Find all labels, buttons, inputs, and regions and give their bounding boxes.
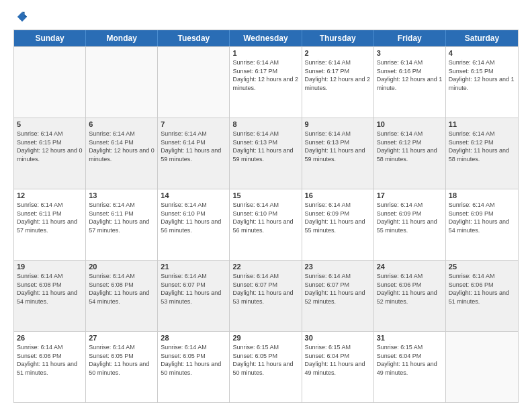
cell-day-number: 16 — [305, 191, 371, 199]
cell-info: Sunrise: 6:14 AM Sunset: 6:09 PM Dayligh… — [305, 201, 371, 234]
cell-day-number: 29 — [232, 334, 298, 342]
calendar-cell-21: 21Sunrise: 6:14 AM Sunset: 6:07 PM Dayli… — [158, 261, 230, 331]
header-day-saturday: Saturday — [446, 30, 518, 46]
cell-info: Sunrise: 6:14 AM Sunset: 6:08 PM Dayligh… — [89, 272, 154, 306]
cell-day-number: 23 — [305, 263, 371, 271]
cell-day-number: 5 — [17, 120, 83, 128]
calendar-cell-23: 23Sunrise: 6:14 AM Sunset: 6:07 PM Dayli… — [302, 261, 374, 331]
calendar-cell-5: 5Sunrise: 6:14 AM Sunset: 6:15 PM Daylig… — [14, 118, 86, 189]
calendar-cell-12: 12Sunrise: 6:14 AM Sunset: 6:11 PM Dayli… — [14, 189, 86, 260]
cell-day-number: 20 — [89, 263, 154, 271]
cell-day-number: 21 — [161, 263, 226, 271]
calendar-cell-30: 30Sunrise: 6:15 AM Sunset: 6:04 PM Dayli… — [302, 332, 374, 402]
cell-info: Sunrise: 6:14 AM Sunset: 6:17 PM Dayligh… — [305, 58, 371, 92]
calendar-cell-14: 14Sunrise: 6:14 AM Sunset: 6:10 PM Dayli… — [158, 189, 230, 260]
calendar-header-row: SundayMondayTuesdayWednesdayThursdayFrid… — [14, 30, 518, 46]
cell-info: Sunrise: 6:14 AM Sunset: 6:17 PM Dayligh… — [232, 58, 298, 92]
cell-info: Sunrise: 6:14 AM Sunset: 6:08 PM Dayligh… — [17, 272, 83, 306]
calendar-cell-29: 29Sunrise: 6:15 AM Sunset: 6:05 PM Dayli… — [230, 332, 302, 402]
cell-info: Sunrise: 6:14 AM Sunset: 6:06 PM Dayligh… — [449, 272, 515, 306]
calendar-cell-empty-0-1 — [86, 47, 158, 118]
calendar-cell-18: 18Sunrise: 6:14 AM Sunset: 6:09 PM Dayli… — [446, 189, 518, 260]
cell-day-number: 27 — [89, 334, 154, 342]
cell-info: Sunrise: 6:14 AM Sunset: 6:10 PM Dayligh… — [161, 201, 226, 234]
header-day-wednesday: Wednesday — [230, 30, 302, 46]
cell-day-number: 2 — [305, 49, 371, 57]
calendar-cell-3: 3Sunrise: 6:14 AM Sunset: 6:16 PM Daylig… — [374, 47, 446, 118]
cell-info: Sunrise: 6:14 AM Sunset: 6:10 PM Dayligh… — [232, 201, 298, 234]
cell-info: Sunrise: 6:14 AM Sunset: 6:06 PM Dayligh… — [17, 343, 83, 377]
calendar-row-0: 1Sunrise: 6:14 AM Sunset: 6:17 PM Daylig… — [14, 46, 518, 118]
cell-day-number: 10 — [377, 120, 443, 128]
cell-day-number: 11 — [449, 120, 515, 128]
calendar-cell-31: 31Sunrise: 6:15 AM Sunset: 6:04 PM Dayli… — [374, 332, 446, 402]
calendar-cell-19: 19Sunrise: 6:14 AM Sunset: 6:08 PM Dayli… — [14, 261, 86, 331]
cell-day-number: 8 — [232, 120, 298, 128]
cell-day-number: 28 — [161, 334, 226, 342]
cell-day-number: 12 — [17, 191, 83, 199]
header-day-sunday: Sunday — [14, 30, 86, 46]
cell-info: Sunrise: 6:14 AM Sunset: 6:06 PM Dayligh… — [377, 272, 443, 306]
cell-info: Sunrise: 6:14 AM Sunset: 6:07 PM Dayligh… — [161, 272, 226, 306]
cell-day-number: 9 — [305, 120, 371, 128]
calendar-cell-27: 27Sunrise: 6:14 AM Sunset: 6:05 PM Dayli… — [86, 332, 158, 402]
calendar-cell-empty-0-0 — [14, 47, 86, 118]
calendar-cell-13: 13Sunrise: 6:14 AM Sunset: 6:11 PM Dayli… — [86, 189, 158, 260]
cell-info: Sunrise: 6:14 AM Sunset: 6:11 PM Dayligh… — [89, 201, 154, 234]
cell-info: Sunrise: 6:15 AM Sunset: 6:05 PM Dayligh… — [232, 343, 298, 377]
cell-info: Sunrise: 6:14 AM Sunset: 6:14 PM Dayligh… — [89, 130, 154, 163]
cell-day-number: 26 — [17, 334, 83, 342]
header-day-monday: Monday — [86, 30, 158, 46]
cell-info: Sunrise: 6:14 AM Sunset: 6:12 PM Dayligh… — [449, 130, 515, 163]
header-day-thursday: Thursday — [302, 30, 374, 46]
calendar-row-1: 5Sunrise: 6:14 AM Sunset: 6:15 PM Daylig… — [14, 118, 518, 189]
logo — [13, 11, 28, 23]
calendar-cell-8: 8Sunrise: 6:14 AM Sunset: 6:13 PM Daylig… — [230, 118, 302, 189]
calendar-cell-17: 17Sunrise: 6:14 AM Sunset: 6:09 PM Dayli… — [374, 189, 446, 260]
calendar-body: 1Sunrise: 6:14 AM Sunset: 6:17 PM Daylig… — [14, 46, 518, 402]
cell-day-number: 3 — [377, 49, 443, 57]
page: SundayMondayTuesdayWednesdayThursdayFrid… — [0, 0, 532, 411]
cell-day-number: 6 — [89, 120, 154, 128]
cell-day-number: 22 — [232, 263, 298, 271]
calendar-cell-15: 15Sunrise: 6:14 AM Sunset: 6:10 PM Dayli… — [230, 189, 302, 260]
cell-info: Sunrise: 6:14 AM Sunset: 6:05 PM Dayligh… — [89, 343, 154, 377]
header-day-tuesday: Tuesday — [158, 30, 230, 46]
cell-info: Sunrise: 6:14 AM Sunset: 6:16 PM Dayligh… — [377, 58, 443, 92]
logo-icon — [16, 11, 28, 23]
cell-day-number: 13 — [89, 191, 154, 199]
calendar-cell-10: 10Sunrise: 6:14 AM Sunset: 6:12 PM Dayli… — [374, 118, 446, 189]
cell-info: Sunrise: 6:15 AM Sunset: 6:04 PM Dayligh… — [377, 343, 443, 377]
calendar-cell-empty-4-6 — [446, 332, 518, 402]
cell-day-number: 31 — [377, 334, 443, 342]
cell-day-number: 4 — [449, 49, 515, 57]
cell-info: Sunrise: 6:14 AM Sunset: 6:09 PM Dayligh… — [377, 201, 443, 234]
cell-info: Sunrise: 6:14 AM Sunset: 6:13 PM Dayligh… — [232, 130, 298, 163]
cell-day-number: 18 — [449, 191, 515, 199]
cell-info: Sunrise: 6:14 AM Sunset: 6:05 PM Dayligh… — [161, 343, 226, 377]
cell-info: Sunrise: 6:14 AM Sunset: 6:15 PM Dayligh… — [449, 58, 515, 92]
cell-info: Sunrise: 6:14 AM Sunset: 6:15 PM Dayligh… — [17, 130, 83, 163]
calendar-cell-20: 20Sunrise: 6:14 AM Sunset: 6:08 PM Dayli… — [86, 261, 158, 331]
cell-info: Sunrise: 6:14 AM Sunset: 6:07 PM Dayligh… — [305, 272, 371, 306]
cell-day-number: 14 — [161, 191, 226, 199]
calendar-cell-1: 1Sunrise: 6:14 AM Sunset: 6:17 PM Daylig… — [230, 47, 302, 118]
calendar-cell-4: 4Sunrise: 6:14 AM Sunset: 6:15 PM Daylig… — [446, 47, 518, 118]
cell-info: Sunrise: 6:15 AM Sunset: 6:04 PM Dayligh… — [305, 343, 371, 377]
cell-day-number: 30 — [305, 334, 371, 342]
calendar-cell-24: 24Sunrise: 6:14 AM Sunset: 6:06 PM Dayli… — [374, 261, 446, 331]
calendar-cell-9: 9Sunrise: 6:14 AM Sunset: 6:13 PM Daylig… — [302, 118, 374, 189]
calendar-row-2: 12Sunrise: 6:14 AM Sunset: 6:11 PM Dayli… — [14, 189, 518, 260]
calendar-cell-22: 22Sunrise: 6:14 AM Sunset: 6:07 PM Dayli… — [230, 261, 302, 331]
calendar-cell-empty-0-2 — [158, 47, 230, 118]
cell-day-number: 15 — [232, 191, 298, 199]
calendar-cell-2: 2Sunrise: 6:14 AM Sunset: 6:17 PM Daylig… — [302, 47, 374, 118]
cell-day-number: 7 — [161, 120, 226, 128]
cell-info: Sunrise: 6:14 AM Sunset: 6:12 PM Dayligh… — [377, 130, 443, 163]
header-day-friday: Friday — [374, 30, 446, 46]
cell-day-number: 1 — [232, 49, 298, 57]
cell-info: Sunrise: 6:14 AM Sunset: 6:09 PM Dayligh… — [449, 201, 515, 234]
calendar-cell-28: 28Sunrise: 6:14 AM Sunset: 6:05 PM Dayli… — [158, 332, 230, 402]
calendar-cell-25: 25Sunrise: 6:14 AM Sunset: 6:06 PM Dayli… — [446, 261, 518, 331]
calendar-cell-7: 7Sunrise: 6:14 AM Sunset: 6:14 PM Daylig… — [158, 118, 230, 189]
